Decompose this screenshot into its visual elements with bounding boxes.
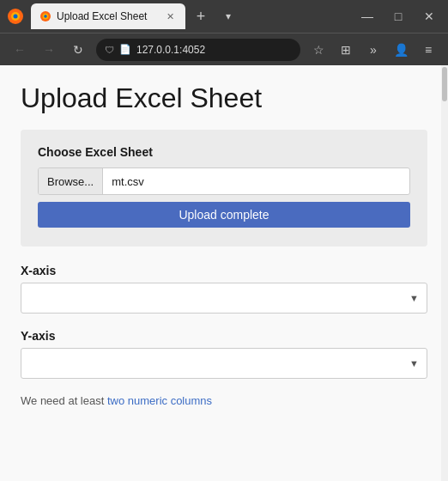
address-text: 127.0.0.1:4052 xyxy=(136,44,292,56)
tab-dropdown-button[interactable]: ▾ xyxy=(216,4,240,28)
upload-card: Choose Excel Sheet Browse... mt.csv Uplo… xyxy=(21,130,427,247)
tab-title: Upload Excel Sheet xyxy=(57,10,158,22)
warning-prefix: We need at least xyxy=(21,394,107,407)
xaxis-select[interactable] xyxy=(21,283,427,314)
firefox-icon xyxy=(7,8,24,25)
menu-icon[interactable]: ≡ xyxy=(417,39,439,61)
address-input[interactable]: 🛡 📄 127.0.0.1:4052 xyxy=(96,39,300,61)
maximize-button[interactable]: □ xyxy=(386,4,410,28)
profile-icon[interactable]: 👤 xyxy=(390,39,412,61)
warning-highlight: two numeric columns xyxy=(107,394,212,407)
bookmark-icon[interactable]: ☆ xyxy=(307,39,330,61)
scrollbar-thumb xyxy=(442,67,447,101)
yaxis-section: Y-axis xyxy=(21,329,427,379)
xaxis-section: X-axis xyxy=(21,264,427,314)
file-name: mt.csv xyxy=(103,175,409,188)
xaxis-select-wrapper xyxy=(21,283,427,314)
card-label: Choose Excel Sheet xyxy=(38,145,410,159)
tab-bar: Upload Excel Sheet ✕ + ▾ — □ ✕ xyxy=(0,0,448,33)
file-input-row: Browse... mt.csv xyxy=(38,167,410,195)
refresh-button[interactable]: ↻ xyxy=(67,39,89,61)
window-controls: — □ ✕ xyxy=(355,4,441,28)
minimize-button[interactable]: — xyxy=(355,4,379,28)
browse-button[interactable]: Browse... xyxy=(39,168,103,194)
page-icon: 📄 xyxy=(119,44,131,55)
svg-point-2 xyxy=(14,15,18,19)
warning-text: We need at least two numeric columns xyxy=(21,394,427,407)
active-tab[interactable]: Upload Excel Sheet ✕ xyxy=(31,3,185,29)
new-tab-button[interactable]: + xyxy=(189,4,213,28)
shield-icon: 🛡 xyxy=(105,45,114,55)
address-bar: ← → ↻ 🛡 📄 127.0.0.1:4052 ☆ ⊞ » 👤 ≡ xyxy=(0,33,448,65)
yaxis-select-wrapper xyxy=(21,348,427,379)
page-content: Upload Excel Sheet Choose Excel Sheet Br… xyxy=(0,65,448,481)
svg-point-5 xyxy=(44,15,47,18)
xaxis-label: X-axis xyxy=(21,264,427,277)
upload-complete-button[interactable]: Upload complete xyxy=(38,202,410,228)
yaxis-label: Y-axis xyxy=(21,329,427,343)
close-button[interactable]: ✕ xyxy=(417,4,441,28)
scrollbar[interactable] xyxy=(441,65,448,481)
toolbar-icons: ☆ ⊞ » 👤 ≡ xyxy=(307,39,439,61)
tab-close-button[interactable]: ✕ xyxy=(163,9,177,23)
extensions-grid-icon[interactable]: ⊞ xyxy=(335,39,357,61)
forward-button[interactable]: → xyxy=(38,39,60,61)
back-button[interactable]: ← xyxy=(9,39,31,61)
page-title: Upload Excel Sheet xyxy=(21,82,427,114)
yaxis-select[interactable] xyxy=(21,348,427,379)
tab-favicon xyxy=(39,10,51,22)
more-tools-icon[interactable]: » xyxy=(362,39,384,61)
